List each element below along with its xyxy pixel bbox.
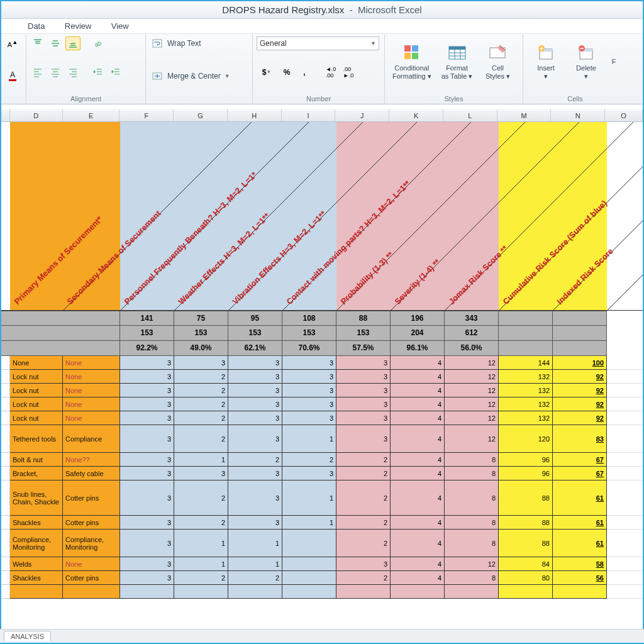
col-header[interactable]: G [174,109,228,121]
summary-rows: 1417595108881963431531531531531532046129… [1,311,643,356]
sheet-tab-bar: ANALYSIS [0,629,644,643]
group-cells-label: Cells [527,94,623,103]
group-alignment-label: Alignment [30,94,142,103]
number-format-dropdown[interactable]: General▼ [257,36,379,50]
table-row[interactable]: Lock nutNone3233341213292 [1,384,643,397]
column-headers: DEFGHIJKLMNO [1,109,643,122]
table-row[interactable]: ShacklesCotter pins32312488861 [1,516,643,530]
diag-header: Weather Effects H=3, M=2, L=1** [176,211,271,306]
decrease-indent-button[interactable] [91,65,106,79]
col-header[interactable]: F [119,109,174,121]
orientation-button[interactable]: ab [91,36,106,50]
comma-button[interactable]: , [297,65,312,79]
table-row[interactable]: NoneNone33333412144100 [1,356,643,370]
align-center-button[interactable] [48,65,63,79]
svg-text:ab: ab [94,39,103,48]
diag-header: Indexed Risk Score [555,247,614,306]
title-bar: DROPS Hazard Registry.xlsx - Microsoft E… [1,1,643,19]
merge-center-button[interactable]: Merge & Center [167,72,221,80]
align-right-button[interactable] [65,65,80,79]
table-row[interactable] [1,585,643,599]
svg-rect-4 [412,45,418,52]
diag-header: Secondary Means of Securement [65,209,162,306]
sheet-tab-analysis[interactable]: ANALYSIS [4,631,51,641]
diag-header: Vibration Effects H=3, M=2, L=1** [230,209,328,306]
tab-review[interactable]: Review [56,19,101,33]
table-row[interactable]: Compliance, MonitoringCompliance, Monito… [1,530,643,557]
svg-rect-3 [404,45,411,52]
font-size-increase-button[interactable]: A▲ [5,36,20,50]
ribbon: A▲ A ab Alignment Wrap Text Merge & Cent… [1,34,643,104]
table-row[interactable]: Lock nutNone3233341213292 [1,411,643,425]
table-row[interactable]: Snub lines, Chain, ShackleCotter pins323… [1,480,643,516]
align-top-button[interactable] [30,36,45,50]
delete-button[interactable]: Delete▾ [567,42,605,81]
table-row[interactable]: Lock nutNone3233341213292 [1,397,643,411]
font-color-button[interactable]: A [5,69,20,83]
increase-decimal-button[interactable]: ◄.0.00 [323,65,338,79]
col-header[interactable]: J [335,109,389,121]
insert-button[interactable]: Insert▾ [527,42,565,81]
merge-icon [150,69,165,83]
diag-header: Severity (1-4) ** [392,257,441,306]
col-header[interactable]: D [10,109,63,121]
svg-rect-1 [153,40,162,47]
col-header[interactable]: H [228,109,282,121]
table-row[interactable]: ShacklesCotter pins3222488056 [1,571,643,585]
col-header[interactable]: O [605,109,643,121]
col-header[interactable]: L [443,109,497,121]
diag-header: Jomax Risk Score ** [447,243,509,306]
table-row[interactable]: Tethered toolsCompliance3231341212083 [1,425,643,453]
col-header[interactable]: M [497,109,552,121]
format-button-partial[interactable]: F [608,57,620,67]
table-row[interactable]: Lock nutNone3233341213292 [1,370,643,384]
wrap-text-icon [150,36,165,50]
menu-bar: Data Review View [1,19,643,34]
format-as-table-button[interactable]: Formatas Table ▾ [438,42,477,81]
col-header[interactable]: N [551,109,605,121]
diagonal-header-area: Primary Means of Securement*Secondary Me… [1,122,643,311]
decrease-decimal-button[interactable]: .00►.0 [341,65,356,79]
diag-header: Primary Means of Securement* [12,214,104,306]
table-row[interactable]: Bolt & nutNone??31222489667 [1,453,643,467]
diag-header: Probability (1-3) ** [338,250,395,306]
tab-view[interactable]: View [103,19,138,33]
currency-button[interactable]: $▼ [257,65,277,79]
wrap-text-button[interactable]: Wrap Text [167,39,201,48]
align-bottom-button[interactable] [65,36,80,50]
percent-button[interactable]: % [279,65,294,79]
svg-rect-8 [449,47,465,50]
data-rows: NoneNone33333412144100Lock nutNone323334… [1,356,643,599]
table-row[interactable]: Bracket,Safety cable33332489667 [1,467,643,480]
increase-indent-button[interactable] [108,65,123,79]
tab-data[interactable]: Data [19,19,53,33]
diag-header: Cumulative Risk Score (Sum of blue) [501,198,609,306]
align-middle-button[interactable] [48,36,63,50]
svg-rect-6 [412,53,418,59]
col-header[interactable]: K [389,109,443,121]
group-number-label: Number [257,94,380,103]
diag-header: Contact with moving parts? H=3, M=2, L=1… [284,179,412,306]
col-header[interactable]: I [282,109,336,121]
cell-styles-button[interactable]: CellStyles ▾ [479,42,516,81]
conditional-formatting-button[interactable]: ConditionalFormatting ▾ [389,42,435,81]
align-left-button[interactable] [30,65,45,79]
col-header[interactable]: E [63,109,120,121]
svg-rect-5 [404,53,411,59]
group-styles-label: Styles [389,94,519,103]
table-row[interactable]: WeldsNone31134128458 [1,557,643,571]
